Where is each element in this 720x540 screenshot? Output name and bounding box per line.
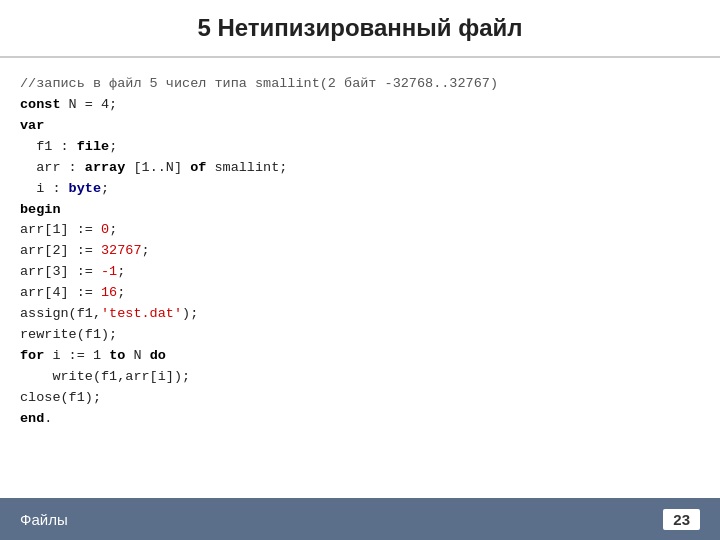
footer: Файлы 23 bbox=[0, 498, 720, 540]
header: 5 Нетипизированный файл bbox=[0, 0, 720, 58]
code-block: //запись в файл 5 чисел типа smallint(2 … bbox=[20, 74, 700, 430]
main-content: //запись в файл 5 чисел типа smallint(2 … bbox=[0, 58, 720, 498]
page-number: 23 bbox=[663, 509, 700, 530]
page-title: 5 Нетипизированный файл bbox=[20, 14, 700, 42]
footer-title: Файлы bbox=[20, 511, 68, 528]
